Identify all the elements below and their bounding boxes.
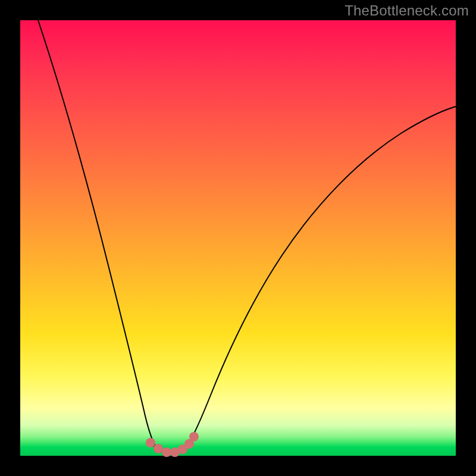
curve-left-branch [38,20,158,450]
chart-frame: TheBottleneck.com [0,0,476,476]
chart-plot-area [20,20,456,456]
valley-marker-dot [162,447,171,457]
valley-marker-dot [146,438,155,447]
curve-right-branch [184,107,456,450]
watermark-text: TheBottleneck.com [345,2,469,19]
chart-svg [20,20,456,456]
valley-marker-dot [189,432,199,441]
valley-marker-dot [154,444,163,453]
